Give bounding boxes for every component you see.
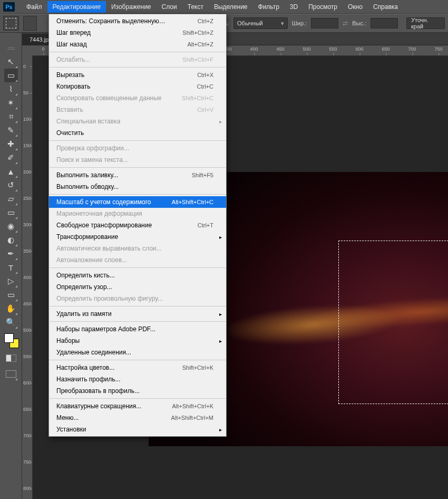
menu-item[interactable]: Наборы▸ xyxy=(49,335,226,347)
menu-item-shortcut: Shift+Ctrl+C xyxy=(182,95,213,101)
menu-separator xyxy=(50,140,226,141)
menu-item[interactable]: ВырезатьCtrl+X xyxy=(49,69,226,81)
tool-stamp[interactable]: ▲ xyxy=(4,165,18,178)
menu-item-label: Автоматически выравнивать слои... xyxy=(56,245,162,252)
toolbox: ↖▭⌇✶⌗✎✚✐▲↺▱▭◉◐✒T▷▭✋🔍 xyxy=(0,33,22,499)
menu-окно[interactable]: Окно xyxy=(343,1,368,13)
menu-изображение[interactable]: Изображение xyxy=(106,1,157,13)
quick-mask-toggle[interactable] xyxy=(4,351,18,365)
menu-separator xyxy=(50,267,226,268)
menu-item[interactable]: Выполнить обводку... xyxy=(49,181,226,193)
tool-history-brush[interactable]: ↺ xyxy=(4,178,18,192)
ruler-vertical: 0501001502002503003504004505005506006507… xyxy=(22,56,33,499)
menu-item[interactable]: Меню...Alt+Shift+Ctrl+M xyxy=(49,412,226,424)
ruler-v-tick: 700 xyxy=(23,433,33,438)
menu-item[interactable]: Преобразовать в профиль... xyxy=(49,385,226,397)
color-swatches[interactable] xyxy=(3,333,19,349)
menu-item[interactable]: Шаг впередShift+Ctrl+Z xyxy=(49,27,226,39)
menu-item-label: Шаг назад xyxy=(56,41,87,48)
tool-shape[interactable]: ▭ xyxy=(4,288,18,302)
menu-item[interactable]: Шаг назадAlt+Ctrl+Z xyxy=(49,39,226,50)
ruler-v-tick: 0 xyxy=(23,64,33,69)
menu-item[interactable]: Назначить профиль... xyxy=(49,373,226,385)
height-input[interactable] xyxy=(371,18,398,28)
tool-lasso[interactable]: ⌇ xyxy=(4,82,18,96)
screen-mode-toggle[interactable] xyxy=(4,367,18,381)
menu-3d[interactable]: 3D xyxy=(285,1,303,13)
edit-menu-dropdown: Отменить: Сохранить выделенную областьCt… xyxy=(48,14,227,437)
menu-item-shortcut: Shift+F5 xyxy=(192,172,213,178)
width-input[interactable] xyxy=(311,18,338,28)
menu-item[interactable]: Очистить xyxy=(49,127,226,139)
tool-eyedropper[interactable]: ✎ xyxy=(4,123,18,137)
tool-pen[interactable]: ✒ xyxy=(4,247,18,261)
menu-item: Ослабить...Shift+Ctrl+F xyxy=(49,54,226,65)
menu-справка[interactable]: Справка xyxy=(368,1,403,13)
tool-move[interactable]: ↖ xyxy=(4,55,18,69)
width-label: Шир.: xyxy=(292,20,307,26)
tool-blur[interactable]: ◉ xyxy=(4,219,18,233)
tool-healing-brush[interactable]: ✚ xyxy=(4,137,18,151)
menu-файл[interactable]: Файл xyxy=(21,1,47,13)
tool-zoom[interactable]: 🔍 xyxy=(4,315,18,329)
toolbox-grip[interactable] xyxy=(7,47,15,50)
menu-текст[interactable]: Текст xyxy=(182,1,209,13)
foreground-swatch[interactable] xyxy=(4,333,14,343)
tool-path-select[interactable]: ▷ xyxy=(4,274,18,288)
tool-magic-wand[interactable]: ✶ xyxy=(4,96,18,110)
menu-просмотр[interactable]: Просмотр xyxy=(303,1,343,13)
refine-edge-button[interactable]: Уточн. край xyxy=(406,17,445,29)
menu-item-label: Преобразовать в профиль... xyxy=(56,387,140,395)
menu-item-shortcut: Shift+Ctrl+F xyxy=(182,56,213,63)
tool-gradient[interactable]: ▭ xyxy=(4,206,18,219)
menu-item-label: Специальная вставка xyxy=(56,118,120,125)
menu-item-label: Проверка орфографии... xyxy=(56,145,129,152)
tool-marquee[interactable]: ▭ xyxy=(4,69,18,82)
tool-brush[interactable]: ✐ xyxy=(4,151,18,165)
menu-item[interactable]: КопироватьCtrl+C xyxy=(49,81,226,92)
menu-item[interactable]: Трансформирование▸ xyxy=(49,231,226,243)
menu-item[interactable]: Клавиатурные сокращения...Alt+Shift+Ctrl… xyxy=(49,400,226,412)
ruler-v-tick: 500 xyxy=(23,328,33,333)
menu-item-label: Назначить профиль... xyxy=(56,376,120,383)
menu-separator xyxy=(50,306,226,306)
ruler-v-tick: 250 xyxy=(23,196,33,201)
tool-preset-picker[interactable] xyxy=(3,16,19,31)
tool-crop[interactable]: ⌗ xyxy=(4,110,18,123)
submenu-arrow-icon: ▸ xyxy=(219,338,222,344)
menu-item-label: Клавиатурные сокращения... xyxy=(56,402,141,410)
menu-редактирование[interactable]: Редактирование xyxy=(47,1,106,13)
menu-item-label: Наборы параметров Adobe PDF... xyxy=(56,325,155,333)
tool-type[interactable]: T xyxy=(4,261,18,274)
style-select[interactable]: Обычный xyxy=(233,17,288,29)
menu-item[interactable]: Наборы параметров Adobe PDF... xyxy=(49,323,226,335)
menu-item-label: Масштаб с учетом содержимого xyxy=(56,198,151,206)
tool-hand[interactable]: ✋ xyxy=(4,302,18,315)
menu-item-label: Свободное трансформирование xyxy=(56,222,152,229)
menu-item[interactable]: Удалить из памяти▸ xyxy=(49,308,226,320)
menu-item[interactable]: Определить узор... xyxy=(49,281,226,293)
options-group-icon[interactable] xyxy=(23,16,37,31)
menu-item-label: Автоналожение слоев... xyxy=(56,256,127,264)
menu-item[interactable]: Настройка цветов...Shift+Ctrl+K xyxy=(49,362,226,373)
ruler-v-tick: 450 xyxy=(23,301,33,306)
menu-item[interactable]: Масштаб с учетом содержимогоAlt+Shift+Ct… xyxy=(49,196,226,208)
menu-фильтр[interactable]: Фильтр xyxy=(253,1,285,13)
menu-item[interactable]: Свободное трансформированиеCtrl+T xyxy=(49,219,226,231)
marquee-icon xyxy=(6,18,16,28)
tool-eraser[interactable]: ▱ xyxy=(4,192,18,206)
menu-выделение[interactable]: Выделение xyxy=(209,1,253,13)
ruler-h-tick: 500 xyxy=(303,46,310,52)
menu-item[interactable]: Удаленные соединения... xyxy=(49,347,226,358)
tool-dodge[interactable]: ◐ xyxy=(4,233,18,247)
swap-dimensions-icon[interactable]: ⇄ xyxy=(343,20,348,27)
menu-слои[interactable]: Слои xyxy=(157,1,182,13)
menu-item[interactable]: Выполнить заливку...Shift+F5 xyxy=(49,169,226,181)
menu-item-label: Определить узор... xyxy=(56,283,112,291)
menu-item[interactable]: Установки▸ xyxy=(49,424,226,435)
ruler-v-tick: 100 xyxy=(23,117,33,122)
menu-item-shortcut: Alt+Shift+Ctrl+C xyxy=(172,199,213,205)
menu-item[interactable]: Определить кисть... xyxy=(49,270,226,281)
menu-item[interactable]: Отменить: Сохранить выделенную областьCt… xyxy=(49,15,226,27)
menu-separator xyxy=(50,398,226,399)
